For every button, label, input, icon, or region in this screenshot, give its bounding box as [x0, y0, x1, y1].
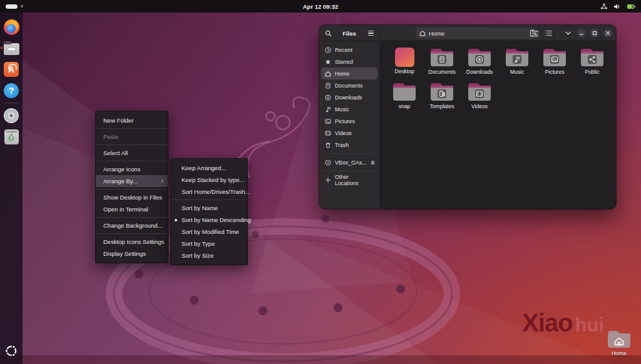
submenu-item-sort-by-name[interactable]: Sort by Name	[171, 202, 247, 214]
menu-item-display-settings[interactable]: Display Settings	[96, 248, 168, 260]
eject-icon	[370, 159, 376, 165]
submenu-item-sort-by-size[interactable]: Sort by Size	[171, 250, 247, 261]
dock-item-help[interactable]: ?	[0, 80, 23, 101]
folder-search-icon	[530, 29, 538, 37]
folder-snap[interactable]: snap	[386, 81, 423, 116]
watermark-secondary: hui	[575, 314, 604, 336]
dock-item-firefox[interactable]	[0, 16, 23, 38]
plus-icon	[325, 177, 331, 183]
submenu-item-sort-home-drives-trash[interactable]: Sort Home/Drives/Trash...	[171, 186, 247, 198]
dock-item-trash[interactable]	[0, 126, 23, 148]
video-icon	[325, 130, 331, 136]
menu-separator	[96, 144, 167, 145]
volume-icon	[613, 3, 621, 10]
menu-item-arrange-icons[interactable]: Arrange Icons	[96, 163, 168, 175]
folder-pictures[interactable]: Pictures	[536, 47, 573, 81]
eject-button[interactable]	[370, 159, 376, 165]
sidebar-item-recent[interactable]: Recent	[321, 44, 377, 56]
files-sidebar: Recent Starred Home Documents Downloads …	[319, 41, 380, 209]
submenu-item-sort-by-name-descending[interactable]: Sort by Name Descending	[171, 214, 247, 226]
app-title: Files	[342, 30, 356, 37]
submenu-item-sort-by-modified-time[interactable]: Sort by Modified Time	[171, 226, 247, 238]
search-folder-button[interactable]	[529, 28, 539, 38]
folder-icon	[429, 47, 455, 68]
files-window: Files Home	[319, 25, 616, 209]
menu-item-open-in-terminal[interactable]: Open in Terminal	[96, 203, 168, 215]
system-status-area[interactable]	[600, 0, 636, 13]
folder-videos[interactable]: Videos	[461, 81, 498, 116]
music-note-icon	[325, 106, 331, 113]
trash-icon	[325, 142, 331, 148]
sidebar-header: Files	[319, 25, 380, 41]
desktop-context-menu: New Folder Paste Select All Arrange Icon…	[95, 111, 168, 263]
menu-separator	[96, 161, 167, 161]
folder-grid: Desktop Documents	[386, 47, 615, 116]
sidebar-separator	[322, 153, 376, 154]
sidebar-item-starred[interactable]: Starred	[321, 56, 377, 68]
search-icon	[325, 30, 332, 37]
folder-templates[interactable]: Templates	[423, 81, 461, 116]
menu-item-change-background[interactable]: Change Background...	[96, 220, 168, 231]
battery-icon	[627, 3, 636, 10]
dock-item-ubuntu-software[interactable]: A	[0, 59, 23, 80]
folder-desktop[interactable]: Desktop	[386, 47, 423, 81]
desktop: Xiao hui Home Files	[0, 0, 641, 364]
folder-documents[interactable]: Documents	[423, 47, 461, 81]
network-icon	[600, 3, 608, 10]
submenu-arrow-icon: ›	[162, 177, 163, 184]
search-button[interactable]	[323, 28, 333, 38]
home-folder-icon	[606, 329, 632, 349]
folder-icon	[391, 81, 418, 102]
picture-icon	[325, 118, 331, 124]
menu-separator	[96, 128, 167, 129]
close-button[interactable]	[603, 29, 612, 38]
menu-item-desktop-icons-settings[interactable]: Desktop Icons Settings	[96, 236, 168, 248]
watermark-primary: Xiao	[522, 309, 572, 337]
menu-item-show-desktop-in-files[interactable]: Show Desktop in Files	[96, 191, 168, 203]
sidebar-item-downloads[interactable]: Downloads	[321, 91, 377, 103]
hamburger-icon	[368, 31, 374, 31]
dock-item-show-applications[interactable]	[0, 340, 23, 361]
menu-item-select-all[interactable]: Select All	[96, 147, 168, 159]
folder-music[interactable]: Music	[498, 47, 536, 81]
menu-separator	[172, 200, 247, 200]
watermark: Xiao hui	[522, 309, 604, 337]
path-bar[interactable]: Home	[416, 28, 537, 39]
desktop-home-icon-label: Home	[612, 350, 627, 356]
sidebar-item-pictures[interactable]: Pictures	[321, 115, 377, 127]
folder-downloads[interactable]: Downloads	[461, 47, 498, 81]
submenu-item-sort-by-type[interactable]: Sort by Type	[171, 238, 247, 250]
minimize-button[interactable]	[577, 29, 586, 38]
sidebar-item-home[interactable]: Home	[321, 68, 377, 79]
desktop-home-icon[interactable]: Home	[603, 329, 635, 356]
dock-item-optical-disc[interactable]	[0, 105, 23, 126]
sidebar-item-documents[interactable]: Documents	[321, 79, 377, 91]
dock-item-files[interactable]	[0, 38, 23, 59]
menu-item-arrange-by[interactable]: Arrange By... ›	[96, 175, 168, 187]
submenu-item-keep-stacked-by-type[interactable]: Keep Stacked by type...	[171, 174, 247, 186]
files-content: Desktop Documents	[380, 41, 616, 209]
maximize-button[interactable]	[590, 29, 599, 38]
clock-icon	[325, 47, 331, 53]
folder-public[interactable]: Public	[573, 47, 611, 81]
home-icon	[419, 30, 426, 36]
sidebar-item-videos[interactable]: Videos	[321, 127, 377, 139]
view-options-button[interactable]	[563, 28, 573, 38]
sidebar-separator	[322, 171, 376, 171]
sidebar-item-vbox-gas[interactable]: VBox_GAs...	[321, 156, 377, 168]
path-label: Home	[429, 30, 444, 37]
recycle-icon	[7, 133, 16, 141]
sidebar-item-trash[interactable]: Trash	[321, 139, 377, 151]
files-headerbar[interactable]: Files Home	[319, 25, 616, 41]
sidebar-item-other-locations[interactable]: Other Locations	[321, 174, 377, 186]
list-view-button[interactable]	[543, 28, 553, 38]
menu-separator	[96, 217, 167, 218]
star-icon	[325, 59, 331, 65]
home-icon	[325, 71, 331, 77]
clock[interactable]: Apr 12 09:32	[0, 3, 641, 10]
sidebar-item-music[interactable]: Music	[321, 103, 377, 115]
submenu-item-keep-arranged[interactable]: Keep Arranged...	[171, 162, 247, 174]
menu-item-new-folder[interactable]: New Folder	[96, 114, 168, 126]
sidebar-menu-button[interactable]	[366, 28, 376, 38]
files-icon	[4, 43, 19, 55]
